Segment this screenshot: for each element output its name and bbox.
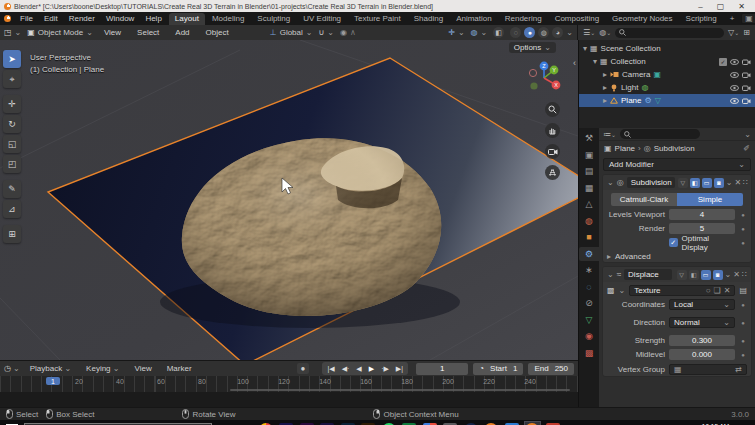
hide-eye-icon[interactable] — [730, 59, 739, 65]
show-in-viewport-toggle[interactable]: ▭ — [701, 270, 711, 280]
viewport-menu-select[interactable]: Select — [132, 27, 164, 38]
end-frame-field[interactable]: 250 — [555, 364, 568, 373]
animate-dot-icon[interactable]: ● — [739, 240, 747, 246]
sidebar-collapse-arrow[interactable]: ‹ — [573, 58, 576, 68]
outliner-row-camera[interactable]: ▸ Camera ▣ — [579, 68, 755, 81]
scene-selector[interactable]: ▣ Scene ✕ — [741, 13, 755, 24]
expand-icon[interactable]: ⌄ — [607, 178, 614, 187]
coordinates-dropdown[interactable]: Local ⌄ — [669, 299, 735, 310]
vertex-group-field[interactable]: ▦ ⇄ — [669, 364, 747, 375]
tab-output[interactable]: ▤ — [580, 164, 598, 178]
gray-app-button[interactable] — [443, 422, 457, 425]
outliner-row-light[interactable]: ▸ Light ◍ — [579, 81, 755, 94]
zoom-button[interactable] — [545, 102, 560, 117]
workspace-tab-uv-editing[interactable]: UV Editing — [297, 13, 347, 25]
cortana-button[interactable] — [218, 422, 232, 425]
show-in-editmode-toggle[interactable]: ◧ — [689, 270, 699, 280]
chevron-down-icon[interactable]: ⌄ — [619, 286, 626, 295]
maximize-button[interactable]: ▢ — [717, 2, 725, 11]
direction-dropdown[interactable]: Normal ⌄ — [669, 317, 735, 328]
playhead[interactable]: 1 — [46, 377, 60, 385]
play-button[interactable]: ▶ — [366, 365, 377, 373]
after-effects-button[interactable]: Ae — [279, 422, 293, 425]
render-visibility-icon[interactable] — [742, 59, 751, 65]
modifier-name-field[interactable]: Subdivision — [627, 177, 675, 188]
outliner-row-plane[interactable]: ▸ Plane ⚙ ▽ — [579, 94, 755, 107]
render-levels-field[interactable]: 5 — [669, 223, 735, 234]
shading-solid-button[interactable]: ● — [524, 27, 535, 38]
shading-rendered-button[interactable]: ◕ — [552, 27, 563, 38]
next-keyframe-button[interactable]: ·▶ — [378, 365, 392, 373]
animate-dot-icon[interactable]: ● — [739, 226, 747, 232]
photos-legacy-button[interactable] — [423, 422, 437, 425]
tab-constraints[interactable]: ⊘ — [580, 296, 598, 310]
tab-modifiers[interactable]: ⚙ — [579, 247, 599, 261]
tab-material[interactable]: ◉ — [580, 329, 598, 343]
hide-eye-icon[interactable] — [730, 98, 739, 104]
timeline-scrollbar[interactable] — [230, 389, 570, 391]
tool-select-box[interactable]: ➤ — [3, 50, 21, 68]
workspace-tab-animation[interactable]: Animation — [450, 13, 498, 25]
show-in-viewport-toggle[interactable]: ▭ — [702, 178, 712, 188]
xray-toggle[interactable]: ◧ — [493, 27, 504, 38]
displace-panel-header[interactable]: ⌄ ≈ Displace ▽ ◧ ▭ ◙ ⌄ ✕ ∷ — [603, 267, 751, 282]
photos-button[interactable]: ▲ — [505, 422, 519, 425]
file-explorer-button[interactable] — [238, 422, 252, 425]
properties-editor-type-button[interactable]: ≔⌄ — [603, 130, 616, 139]
blender-menu-icon[interactable] — [4, 15, 11, 22]
auto-key-button[interactable]: ● — [297, 363, 310, 374]
tool-move[interactable]: ✛ — [3, 95, 21, 113]
jump-to-end-button[interactable]: ▶| — [393, 365, 406, 373]
timeline-editor-type-button[interactable]: ◷ ⌄ — [4, 364, 20, 373]
pan-button[interactable] — [545, 123, 560, 138]
outliner-row-collection[interactable]: ▾ ▦ Collection ✓ — [579, 55, 755, 68]
expand-icon[interactable]: ⌄ — [607, 270, 614, 279]
show-in-render-toggle[interactable]: ◙ — [714, 178, 724, 188]
tool-transform[interactable]: ◰ — [3, 155, 21, 173]
new-collection-button[interactable]: ⊞ — [743, 28, 750, 37]
outliner-row-scene-collection[interactable]: ▾ ▦ Scene Collection — [579, 42, 755, 55]
catmull-clark-button[interactable]: Catmull-Clark — [611, 193, 677, 206]
perspective-toggle-button[interactable] — [545, 165, 560, 180]
workspace-tab-modeling[interactable]: Modeling — [206, 13, 250, 25]
timeline-menu-marker[interactable]: Marker — [162, 363, 197, 374]
new-texture-icon[interactable]: ❏ — [714, 286, 721, 295]
workspace-tab-geometry-nodes[interactable]: Geometry Nodes — [606, 13, 678, 25]
tab-object[interactable]: ■ — [580, 230, 598, 244]
current-frame-field[interactable]: 1 — [416, 363, 468, 375]
properties-search-input[interactable] — [620, 129, 700, 139]
breadcrumb-object[interactable]: Plane — [615, 144, 635, 153]
modifier-extras-icon[interactable]: ⌄ — [725, 270, 732, 279]
render-visibility-icon[interactable] — [742, 98, 751, 104]
illustrator-button[interactable]: Ai — [361, 422, 375, 425]
tab-world[interactable]: ◍ — [580, 214, 598, 228]
render-visibility-icon[interactable] — [742, 72, 751, 78]
workspace-tab-shading[interactable]: Shading — [408, 13, 449, 25]
editor-type-button[interactable]: ◳ ⌄ — [4, 28, 21, 37]
hide-eye-icon[interactable] — [730, 85, 739, 91]
show-on-cage-toggle[interactable]: ▽ — [678, 178, 688, 188]
stopwatch-icon[interactable]: ◔ — [479, 364, 484, 373]
tool-scale[interactable]: ◱ — [3, 135, 21, 153]
modifier-extras-icon[interactable]: ⌄ — [726, 178, 733, 187]
workspace-tab-texture-paint[interactable]: Texture Paint — [348, 13, 407, 25]
disclosure-icon[interactable]: ▾ — [593, 57, 597, 66]
exclude-checkbox[interactable]: ✓ — [719, 58, 727, 66]
disclosure-icon[interactable]: ▸ — [603, 96, 607, 105]
blender-active-button[interactable] — [525, 422, 539, 425]
viewport-menu-object[interactable]: Object — [201, 27, 234, 38]
camera-view-button[interactable] — [545, 144, 560, 159]
menu-help[interactable]: Help — [140, 13, 166, 24]
optimal-display-checkbox[interactable]: ✓ — [669, 238, 678, 247]
workspace-tab-compositing[interactable]: Compositing — [549, 13, 605, 25]
workspace-tab-layout[interactable]: Layout — [169, 13, 205, 25]
snapping-dropdown[interactable]: ∪ ⌄ — [318, 28, 334, 37]
menu-render[interactable]: Render — [64, 13, 100, 24]
animate-dot-icon[interactable]: ● — [739, 320, 747, 326]
chrome-button[interactable] — [259, 422, 273, 425]
play-reverse-button[interactable]: ◀ — [353, 365, 364, 373]
red-app-button[interactable]: C — [546, 422, 560, 425]
drag-handle-icon[interactable]: ∷ — [743, 178, 748, 187]
timeline-menu-keying[interactable]: Keying ⌄ — [81, 363, 124, 374]
invert-vertex-group-icon[interactable]: ⇄ — [735, 365, 742, 374]
